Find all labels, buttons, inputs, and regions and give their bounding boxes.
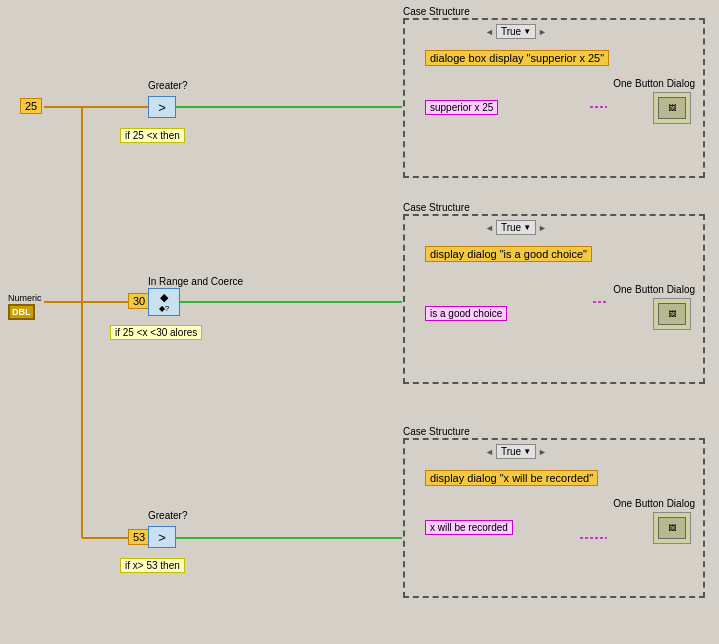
- case2-dialog-label: One Button Dialog: [613, 284, 695, 295]
- greater1-label: Greater?: [148, 80, 187, 91]
- case-structure-2: ◄ True ▼ ► display dialog "is a good cho…: [403, 214, 705, 384]
- constant-53: 53: [128, 529, 150, 545]
- case3-dialog-icon: 🖼: [653, 512, 691, 544]
- true-box-1[interactable]: True ▼: [496, 24, 536, 39]
- true-selector-3[interactable]: ◄ True ▼ ►: [485, 444, 547, 459]
- range-label: In Range and Coerce: [148, 276, 243, 287]
- case-structure-3-label: Case Structure: [403, 426, 470, 437]
- true-box-3[interactable]: True ▼: [496, 444, 536, 459]
- right-arrow-3[interactable]: ►: [538, 447, 547, 457]
- numeric-terminal: Numeric DBL: [8, 293, 42, 304]
- range-node: ◆ ◆?: [148, 288, 180, 316]
- greater2-label: Greater?: [148, 510, 187, 521]
- constant-30: 30: [128, 293, 150, 309]
- case3-dialog-label: One Button Dialog: [613, 498, 695, 509]
- left-arrow-2[interactable]: ◄: [485, 223, 494, 233]
- case-structure-1: ◄ True ▼ ► dialoge box display "supperio…: [403, 18, 705, 178]
- right-arrow-1[interactable]: ►: [538, 27, 547, 37]
- case2-dialog-icon: 🖼: [653, 298, 691, 330]
- right-arrow-2[interactable]: ►: [538, 223, 547, 233]
- greater2-node: >: [148, 526, 176, 548]
- case2-string: is a good choice: [425, 306, 507, 321]
- greater1-node: >: [148, 96, 176, 118]
- true-box-2[interactable]: True ▼: [496, 220, 536, 235]
- comment-3: if x> 53 then: [120, 558, 185, 573]
- case3-string: x will be recorded: [425, 520, 513, 535]
- case-structure-2-label: Case Structure: [403, 202, 470, 213]
- case2-title-box: display dialog "is a good choice": [425, 246, 592, 262]
- case-structure-1-label: Case Structure: [403, 6, 470, 17]
- diagram-area: 25 Numeric DBL Greater? > if 25 <x then …: [0, 0, 719, 644]
- left-arrow-1[interactable]: ◄: [485, 27, 494, 37]
- left-arrow-3[interactable]: ◄: [485, 447, 494, 457]
- case1-string: supperior x 25: [425, 100, 498, 115]
- case3-title-box: display dialog "x will be recorded": [425, 470, 598, 486]
- true-selector-1[interactable]: ◄ True ▼ ►: [485, 24, 547, 39]
- true-selector-2[interactable]: ◄ True ▼ ►: [485, 220, 547, 235]
- comment-2: if 25 <x <30 alores: [110, 325, 202, 340]
- case-structure-3: ◄ True ▼ ► display dialog "x will be rec…: [403, 438, 705, 598]
- case1-dialog-icon: 🖼: [653, 92, 691, 124]
- constant-25: 25: [20, 98, 42, 114]
- case1-dialog-label: One Button Dialog: [613, 78, 695, 89]
- case1-title-box: dialoge box display "supperior x 25": [425, 50, 609, 66]
- comment-1: if 25 <x then: [120, 128, 185, 143]
